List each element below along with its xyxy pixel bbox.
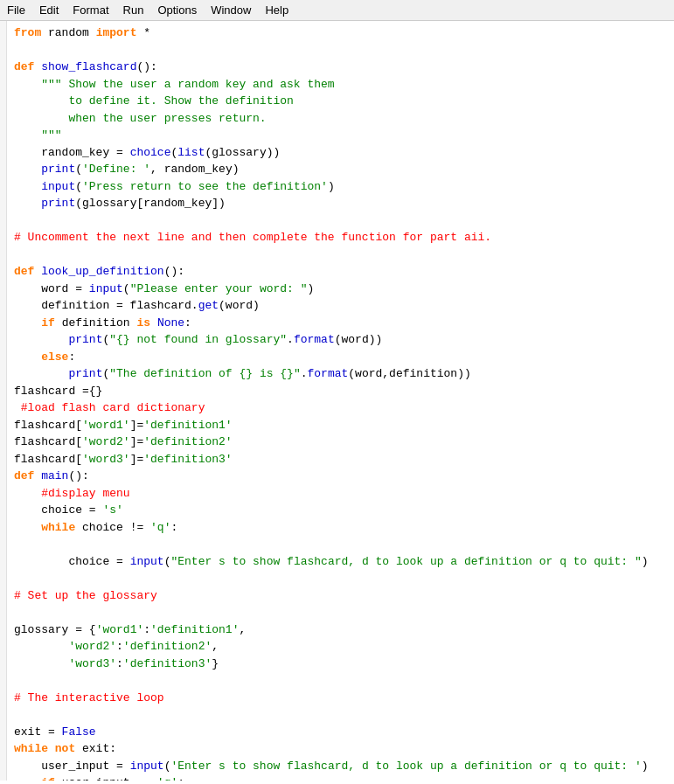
menu-options[interactable]: Options <box>150 2 204 18</box>
code-editor[interactable]: from random import * def show_flashcard(… <box>7 21 674 781</box>
menu-help[interactable]: Help <box>258 2 295 18</box>
menu-format[interactable]: Format <box>66 2 115 18</box>
menu-window[interactable]: Window <box>204 2 258 18</box>
menu-file[interactable]: File <box>0 2 32 18</box>
editor-area: from random import * def show_flashcard(… <box>0 21 674 781</box>
menu-bar: File Edit Format Run Options Window Help <box>0 0 674 21</box>
line-numbers <box>0 21 7 781</box>
menu-edit[interactable]: Edit <box>32 2 66 18</box>
menu-run[interactable]: Run <box>116 2 151 18</box>
